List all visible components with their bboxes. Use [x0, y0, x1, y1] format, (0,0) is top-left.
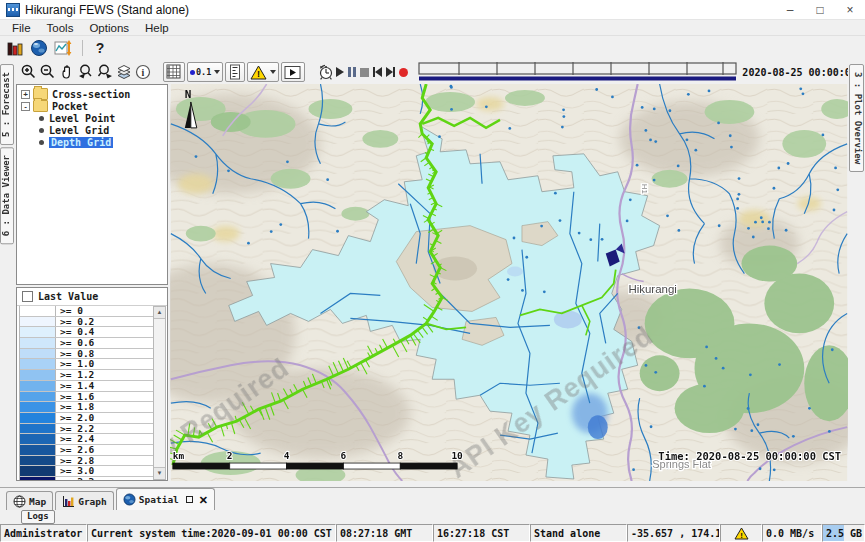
legend-row[interactable]: >= 1.4: [20, 381, 153, 392]
animation-display-button[interactable]: [281, 62, 305, 82]
legend-ruler-button[interactable]: [225, 62, 245, 82]
legend-color-swatch: [20, 338, 56, 348]
scale-dot-icon: [190, 70, 195, 75]
logs-tab[interactable]: Logs: [21, 510, 55, 524]
database-viewer-icon[interactable]: [4, 38, 26, 58]
svg-text:i: i: [142, 67, 145, 78]
last-value-checkbox[interactable]: [22, 291, 33, 302]
legend-row-label: >= 1.8: [56, 402, 94, 412]
svg-text:10: 10: [451, 450, 463, 461]
legend-row[interactable]: >= 2.0: [20, 413, 153, 424]
menu-bar: File Tools Options Help: [0, 20, 865, 36]
status-memory: 2.5 GB: [822, 524, 865, 542]
svg-text:!: !: [740, 530, 743, 539]
status-local-time: 16:27:18 CST: [433, 524, 530, 542]
town-label: Hikurangi: [628, 283, 676, 295]
tab-maximize-icon[interactable]: [186, 496, 193, 503]
help-button[interactable]: ?: [89, 38, 111, 58]
chevron-down-icon: [214, 70, 220, 74]
warning-icon: !: [250, 65, 267, 80]
minimize-button[interactable]: –: [775, 0, 805, 19]
dock-tab-data-viewer[interactable]: 6 : Data Viewer: [0, 147, 14, 244]
tree-node-level-point[interactable]: Level Point: [17, 112, 167, 124]
expand-icon[interactable]: +: [21, 90, 30, 99]
tree-node-pocket[interactable]: - Pocket: [17, 100, 167, 112]
pause-button[interactable]: [348, 63, 356, 81]
status-bar: Administrator Current system time:2020-0…: [0, 524, 865, 542]
status-warning-cell[interactable]: !: [720, 524, 762, 542]
tree-node-depth-grid[interactable]: Depth Grid: [17, 136, 167, 148]
svg-text:6: 6: [341, 450, 347, 461]
stop-button[interactable]: [360, 63, 369, 81]
legend-color-swatch: [20, 402, 56, 412]
legend-color-swatch: [20, 477, 56, 481]
zoom-previous-icon[interactable]: [77, 62, 95, 82]
globe-icon: [123, 493, 136, 506]
scroll-up-icon[interactable]: ▲: [154, 307, 165, 319]
right-dock-strip: 3 : Plot Overview: [848, 60, 865, 487]
status-gmt-time: 08:27:18 GMT: [336, 524, 433, 542]
legend-scrollbar[interactable]: ▲ ▼: [153, 306, 166, 480]
map-display-icon[interactable]: [28, 38, 50, 58]
animation-timer-icon[interactable]: [317, 62, 335, 82]
legend-row-label: >= 0.4: [56, 327, 94, 337]
dock-tab-plot-overview[interactable]: 3 : Plot Overview: [849, 64, 864, 172]
record-button[interactable]: [399, 63, 408, 81]
bullet-icon: [39, 128, 44, 133]
pan-hand-icon[interactable]: [58, 62, 76, 82]
scroll-down-icon[interactable]: ▼: [154, 467, 165, 479]
legend-color-swatch: [20, 327, 56, 337]
svg-text:N: N: [185, 88, 192, 101]
layers-icon[interactable]: [115, 62, 133, 82]
legend-color-swatch: [20, 359, 56, 369]
menu-options[interactable]: Options: [81, 22, 137, 34]
menu-tools[interactable]: Tools: [39, 22, 82, 34]
collapse-icon[interactable]: -: [21, 102, 30, 111]
status-mode: Stand alone: [530, 524, 627, 542]
timeline-slider[interactable]: [418, 61, 738, 84]
time-series-display-icon[interactable]: [52, 38, 74, 58]
app-icon: [6, 3, 20, 17]
legend-row-label: >= 1.0: [56, 359, 94, 369]
legend-row-label: >= 2.8: [56, 456, 94, 466]
grid-scale-dropdown[interactable]: 0.1: [187, 62, 223, 82]
tab-graph-label: Graph: [78, 496, 107, 507]
zoom-out-icon[interactable]: [39, 62, 57, 82]
map-canvas[interactable]: API Key Required API Key Required Hikura…: [170, 84, 848, 487]
status-user: Administrator: [0, 524, 87, 542]
grid-display-button[interactable]: [163, 62, 185, 82]
svg-text:8: 8: [397, 450, 403, 461]
filters-tree: + Cross-section - Pocket Level Point: [16, 84, 168, 285]
tab-spatial[interactable]: Spatial ✕: [116, 488, 215, 510]
tab-graph[interactable]: Graph: [55, 491, 114, 510]
close-button[interactable]: ×: [835, 0, 865, 19]
map-toolbar: i 0.1 !: [14, 60, 848, 84]
svg-text:km: km: [173, 450, 185, 461]
svg-text:4: 4: [284, 450, 290, 461]
grid-scale-value: 0.1: [196, 67, 211, 77]
menu-file[interactable]: File: [4, 22, 39, 34]
tab-map[interactable]: Map: [6, 491, 53, 510]
legend-row[interactable]: >= 3.2: [20, 477, 153, 481]
legend-row-label: >= 3.0: [56, 466, 94, 476]
title-bar: Hikurangi FEWS (Stand alone) – □ ×: [0, 0, 865, 20]
dock-tab-forecast[interactable]: 5 : Forecast: [0, 64, 14, 145]
step-first-button[interactable]: [373, 63, 382, 81]
last-value-label: Last Value: [38, 291, 98, 302]
tree-node-level-grid[interactable]: Level Grid: [17, 124, 167, 136]
help-label: ?: [96, 40, 105, 56]
timeline-span-bar: [419, 76, 736, 80]
menu-help[interactable]: Help: [137, 22, 177, 34]
zoom-in-icon[interactable]: [20, 62, 38, 82]
maximize-button[interactable]: □: [805, 0, 835, 19]
zoom-next-icon[interactable]: [96, 62, 114, 82]
info-icon[interactable]: i: [134, 62, 152, 82]
warnings-dropdown[interactable]: !: [247, 62, 279, 82]
view-tab-bar: Map Graph Spatial ✕: [0, 487, 865, 510]
step-last-button[interactable]: [386, 63, 395, 81]
legend-color-swatch: [20, 466, 56, 476]
play-button[interactable]: [336, 63, 344, 81]
legend-row-label: >= 0.2: [56, 317, 94, 327]
tab-close-icon[interactable]: ✕: [199, 495, 208, 505]
legend-color-swatch: [20, 445, 56, 455]
